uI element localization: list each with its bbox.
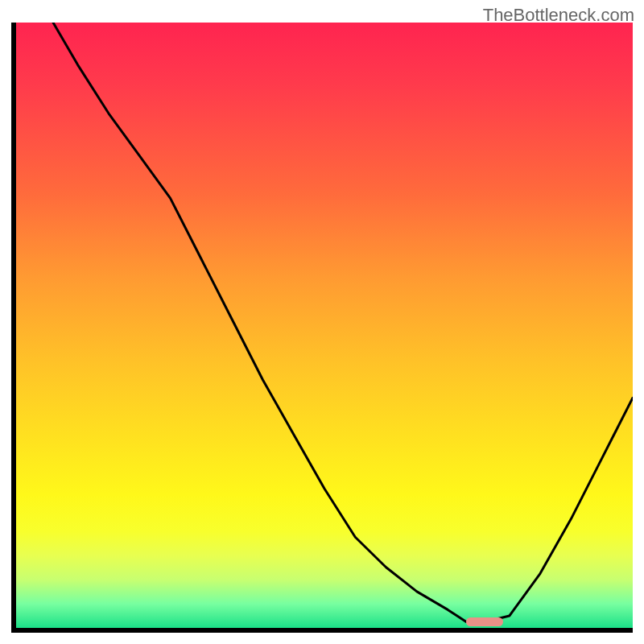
- chart-frame: TheBottleneck.com: [0, 0, 644, 644]
- curve-svg: [16, 23, 633, 628]
- plot-area: [11, 23, 633, 633]
- min-point-marker: [466, 617, 503, 626]
- bottleneck-curve-path: [53, 23, 633, 622]
